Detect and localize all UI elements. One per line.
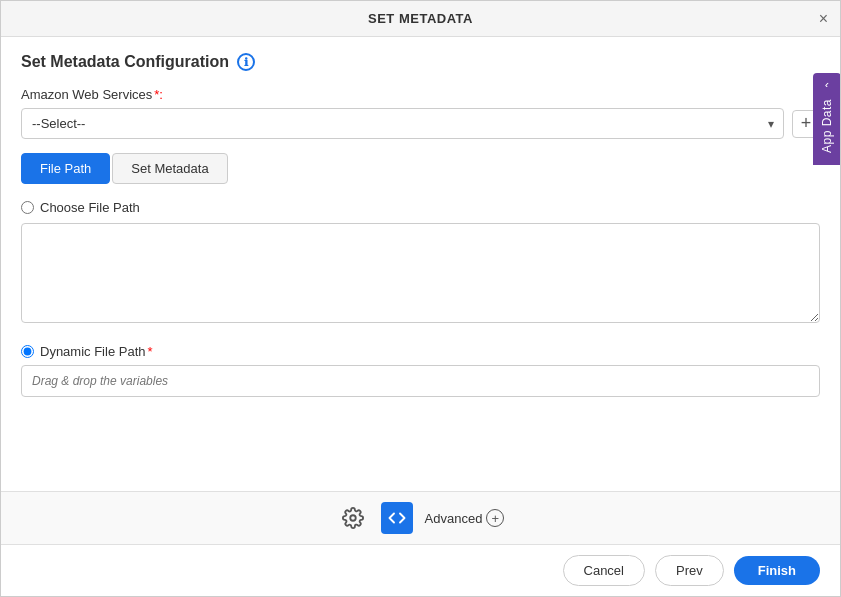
finish-button[interactable]: Finish xyxy=(734,556,820,585)
choose-file-path-textarea[interactable] xyxy=(21,223,820,323)
modal-header: SET METADATA × xyxy=(1,1,840,37)
gear-icon-button[interactable] xyxy=(337,502,369,534)
aws-required-star: *: xyxy=(154,87,163,102)
footer-top: Advanced + xyxy=(1,491,840,544)
script-icon-button[interactable] xyxy=(381,502,413,534)
footer-bottom: Cancel Prev Finish xyxy=(1,544,840,596)
tab-file-path[interactable]: File Path xyxy=(21,153,110,184)
dynamic-file-path-row: Dynamic File Path* xyxy=(21,344,820,359)
aws-select-wrapper: --Select-- ▾ xyxy=(21,108,784,139)
close-button[interactable]: × xyxy=(819,11,828,27)
advanced-label: Advanced + xyxy=(425,509,505,527)
choose-file-path-radio[interactable] xyxy=(21,201,34,214)
modal-container: SET METADATA × Set Metadata Configuratio… xyxy=(0,0,841,597)
app-data-sidebar[interactable]: App Data xyxy=(813,87,840,165)
config-title-row: Set Metadata Configuration ℹ xyxy=(21,53,820,71)
advanced-plus-button[interactable]: + xyxy=(486,509,504,527)
tabs-container: File Path Set Metadata xyxy=(21,153,820,184)
config-title-text: Set Metadata Configuration xyxy=(21,53,229,71)
aws-select[interactable]: --Select-- xyxy=(21,108,784,139)
prev-button[interactable]: Prev xyxy=(655,555,724,586)
choose-file-path-row: Choose File Path xyxy=(21,200,820,215)
gear-icon xyxy=(342,507,364,529)
aws-label: Amazon Web Services*: xyxy=(21,87,820,102)
aws-select-row: --Select-- ▾ + xyxy=(21,108,820,139)
script-icon xyxy=(388,509,406,527)
info-icon[interactable]: ℹ xyxy=(237,53,255,71)
modal-body: Set Metadata Configuration ℹ Amazon Web … xyxy=(1,37,840,491)
dynamic-file-path-radio[interactable] xyxy=(21,345,34,358)
modal-title: SET METADATA xyxy=(368,11,473,26)
dynamic-file-path-input[interactable] xyxy=(21,365,820,397)
tab-set-metadata[interactable]: Set Metadata xyxy=(112,153,227,184)
dynamic-required-star: * xyxy=(147,344,152,359)
choose-file-path-label: Choose File Path xyxy=(40,200,140,215)
svg-point-0 xyxy=(350,515,356,521)
dynamic-file-path-section: Dynamic File Path* xyxy=(21,344,820,397)
cancel-button[interactable]: Cancel xyxy=(563,555,645,586)
dynamic-file-path-label: Dynamic File Path* xyxy=(40,344,153,359)
